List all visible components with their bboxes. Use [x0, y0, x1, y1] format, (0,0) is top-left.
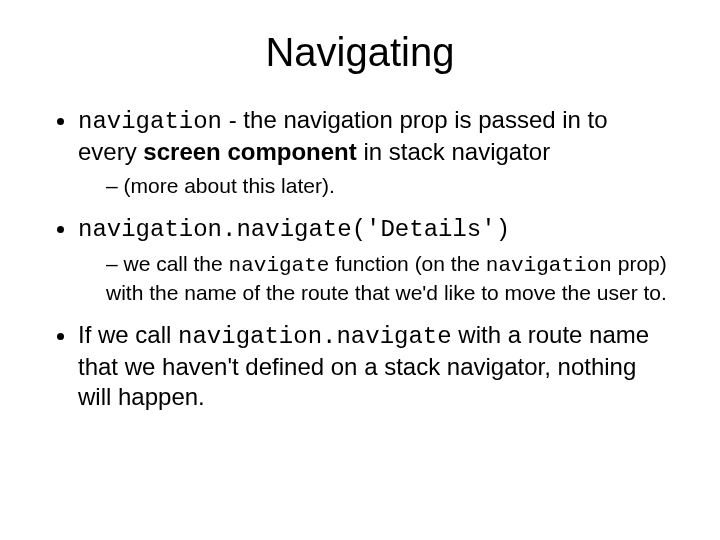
text-bold: screen component	[143, 138, 356, 165]
code-navigate-full: navigation.navigate	[178, 323, 452, 350]
bullet-1: navigation - the navigation prop is pass…	[78, 105, 670, 199]
code-navigate: navigate	[229, 254, 330, 277]
code-navigation: navigation	[78, 108, 222, 135]
text: function (on the	[329, 252, 485, 275]
bullet-2: navigation.navigate('Details') we call t…	[78, 213, 670, 306]
text: If we call	[78, 321, 178, 348]
text: (more about this later).	[124, 174, 335, 197]
text: in stack navigator	[357, 138, 550, 165]
sub-bullet: we call the navigate function (on the na…	[106, 251, 670, 306]
slide: Navigating navigation - the navigation p…	[0, 0, 720, 540]
slide-title: Navigating	[50, 30, 670, 75]
sub-list: we call the navigate function (on the na…	[78, 251, 670, 306]
text: we call the	[124, 252, 229, 275]
bullet-list: navigation - the navigation prop is pass…	[50, 105, 670, 412]
code-navigation-prop: navigation	[486, 254, 612, 277]
sub-list: (more about this later).	[78, 173, 670, 199]
sub-bullet: (more about this later).	[106, 173, 670, 199]
code-navigate-call: navigation.navigate('Details')	[78, 216, 510, 243]
bullet-3: If we call navigation.navigate with a ro…	[78, 320, 670, 412]
